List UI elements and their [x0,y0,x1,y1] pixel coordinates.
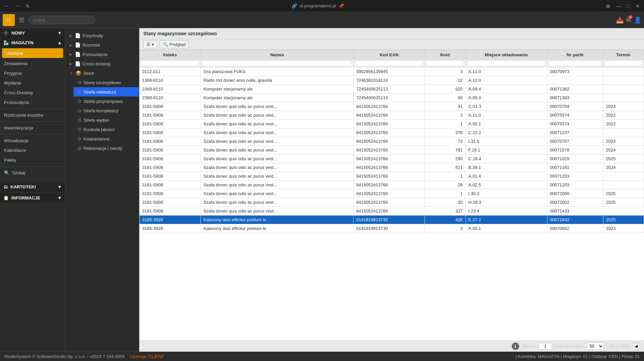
filter-input-nazwa[interactable] [202,60,352,66]
tree-item-stany-szczegolowo[interactable]: ⊙ Stany szczegółowo [73,78,139,87]
tree-item-strefa-odkladcza[interactable]: ⊙ Strefa odkładcza [73,87,139,97]
tree-item-strefa-kompletacji[interactable]: ⊙ Strefa kompletacji [73,106,139,115]
table-row[interactable]: 3181-5908Szafa donec quis odio ac purus … [140,111,644,120]
menu-button[interactable]: ☰ [17,15,26,25]
sidebar-item-kalendarze[interactable]: Kalendarze [0,145,65,155]
export-button[interactable]: 📤 [616,16,624,24]
table-row[interactable]: 3181-5908Szafa donec quis odio ac purus … [140,172,644,181]
sidebar-item-zestawienia[interactable]: Zestawienia [0,59,65,68]
table-cell: 327 [425,207,465,216]
table-cell: 1 [425,189,465,198]
table-row[interactable]: 3181-5908Szafa donec quis odio ac purus … [140,155,644,163]
pagination-prev-button[interactable]: ◀ [632,343,640,350]
pagination-page-input[interactable] [539,343,552,350]
table-row[interactable]: 1368-8110Radio md donec eros nulla, grav… [140,76,644,85]
filter-kod-ean [353,60,425,67]
main-panel: Stany magazynowe szczegółowo ☰ ▾ 🔍 Podgl… [139,28,644,352]
sidebar-group-nowy[interactable]: ➕ NOWY ▼ [0,28,65,38]
filter-input-indeks[interactable] [141,60,199,66]
filter-input-kod-ean[interactable] [355,60,424,66]
table-cell: 00075574 [547,111,603,120]
table-cell: 00072002 [547,198,603,207]
table-row[interactable]: 3181-5908Szafa donec quis odio ac purus … [140,189,644,198]
filter-input-ilosc[interactable] [426,60,464,66]
home-button[interactable]: ⌂ [3,14,15,26]
tree-item-reklamacje[interactable]: ⊙ Reklamacje i zwroty [73,143,139,153]
sidebar-item-inwentaryzacja[interactable]: Inwentaryzacja [0,123,65,133]
sidebar-item-przesuniecia[interactable]: Przesunięcia [0,98,65,107]
minimize-button[interactable]: — [614,3,623,9]
col-header-kod-ean: Kod EAN [353,50,425,60]
table-row[interactable]: 3181-5908Szafa donec quis odio ac purus … [140,181,644,189]
informacje-label: INFORMACJE [11,195,40,200]
main-content: ➕ NOWY ▼ 🏪 MAGAZYN ▲ Ulubione Zestawieni… [0,28,644,352]
circle-icon-stany: ⊙ [78,80,82,85]
sidebar-item-palety[interactable]: Palety [0,155,65,165]
maximize-button[interactable]: □ [625,3,631,9]
tree-item-przychody[interactable]: ▶ 📄 Przychody [65,31,139,40]
footer-info: | Komórka: MAGAZYN | Magazyn: 01 | Oddzi… [516,354,640,359]
sidebar-group-magazyn[interactable]: 🏪 MAGAZYN ▲ [0,38,65,48]
tree-item-kwarantanna[interactable]: ⊙ Kwarantanna [73,134,139,143]
table-cell [603,85,644,94]
forward-button[interactable]: → [13,3,21,9]
table-row[interactable]: 2368-8110Komputer stacjonarny alx7245400… [140,94,644,102]
table-cell: 3181-5908 [140,128,201,137]
tree-item-kontrola-jakosci[interactable]: ⊙ Kontrola jakości [73,125,139,134]
sidebar-item-przyjecia[interactable]: Przyjęcia [0,68,65,78]
table-row[interactable]: 3181-5908Szafa donec quis odio ac purus … [140,207,644,216]
sidebar-item-szukaj[interactable]: 🔍 Szukaj [0,168,65,178]
table-cell: 290 [425,155,465,163]
mail-button[interactable]: ✉ 6 [626,16,631,24]
info-button[interactable]: ℹ [512,343,519,350]
tree-item-stock[interactable]: ▼ 📦 Stock [65,68,139,78]
table-cell: 3 [425,111,465,120]
filter-input-miejsce[interactable] [467,60,546,66]
search-input[interactable] [28,16,95,24]
table-row[interactable]: 3185-3928Kalesony duis efficitur pretium… [140,216,644,224]
filter-input-termin[interactable] [605,60,642,66]
preview-button[interactable]: 🔍 Podgląd [160,41,189,48]
hamburger-icon: ☰ [146,42,150,47]
pagination-bar: ℹ Strona: Ilość rekordów: 50 25 100 200 … [139,341,644,352]
sidebar-item-rozliczenie[interactable]: Rozliczenie kosztów [0,110,65,120]
tree-item-strefa-przyrampowa[interactable]: ⊙ Strefa przyrampowa [73,97,139,106]
table-row[interactable]: 3181-5908Szafa donec quis odio ac purus … [140,102,644,111]
sidebar-item-wizualizacja[interactable]: Wizualizacja [0,136,65,145]
tab-icon[interactable]: ⊞ [604,3,612,9]
przesuniecia-label: Przesunięcia [4,100,29,105]
table-row[interactable]: 3181-5908Szafa donec quis odio ac purus … [140,163,644,172]
table-cell: 620 [425,85,465,94]
sidebar-item-cross-docking[interactable]: Cross-Docking [0,88,65,98]
user-button[interactable]: 👤 [634,16,641,24]
back-button[interactable]: ← [3,3,11,9]
table-row[interactable]: 3181-5908Szafa donec quis odio ac purus … [140,146,644,155]
menu-toolbar-button[interactable]: ☰ ▾ [143,41,157,48]
tree-item-strefa-wydan[interactable]: ⊙ Strefa wydań [73,115,139,125]
table-row[interactable]: 3181-5908Szafa donec quis odio ac purus … [140,198,644,207]
close-button[interactable]: ✕ [634,3,641,9]
tree-item-cross-docking[interactable]: ▶ 📄 Cross docking [65,59,139,68]
sidebar-group-informacje[interactable]: 📋 INFORMACJE ▼ [0,193,65,203]
reload-button[interactable]: ↻ [24,3,32,9]
table-row[interactable]: 3181-5908Szafa donec quis odio ac purus … [140,128,644,137]
table-cell: A.09.4 [465,85,547,94]
doc-icon-rozchod: 📄 [75,42,81,48]
tree-item-przesuniecia[interactable]: ▶ 📄 Przesunięcia [65,50,139,59]
table-row[interactable]: 0112.011Gra planszowa FUKS59029561399453… [140,67,644,76]
table-cell: 3181-5908 [140,181,201,189]
table-row[interactable]: 3181-5908Szafa donec quis odio ac purus … [140,120,644,128]
table-row[interactable]: 2368-8110Komputer stacjonarny alx7245400… [140,85,644,94]
filter-input-nr-partii[interactable] [549,60,602,66]
nav-tree: ▶ 📄 Przychody ▶ 📄 Rozchód ▶ 📄 Przesunięc… [65,28,139,352]
sidebar-item-wydania[interactable]: Wydania [0,78,65,88]
plus-icon: ➕ [3,31,9,36]
filter-miejsce [465,60,547,67]
table-row[interactable]: 3185-3928Kalesony duis efficitur pretium… [140,224,644,233]
table-cell [603,94,644,102]
sidebar-group-kartoteki[interactable]: 🗂 KARTOTEKI ▼ [0,182,65,192]
pagination-records-select[interactable]: 50 25 100 200 [587,343,604,350]
tree-item-rozchod[interactable]: ▶ 📄 Rozchód [65,40,139,50]
table-row[interactable]: 3181-5908Szafa donec quis odio ac purus … [140,137,644,146]
sidebar-item-ulubione[interactable]: Ulubione [2,48,63,58]
